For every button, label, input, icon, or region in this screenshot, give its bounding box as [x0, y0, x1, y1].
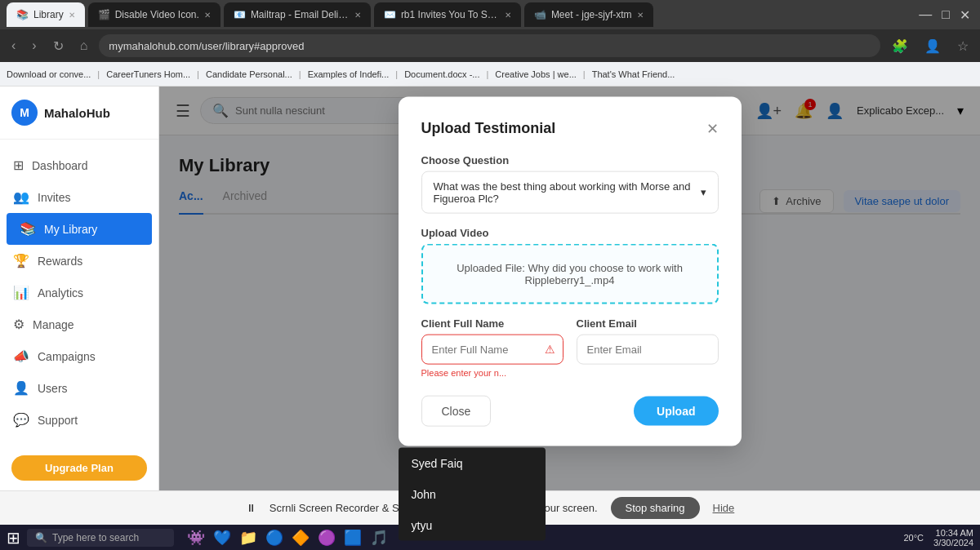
maximize-icon[interactable]: □: [938, 7, 953, 23]
tab-close-3[interactable]: ✕: [354, 11, 361, 20]
choose-question-label: Choose Question: [421, 153, 719, 166]
users-icon: 👤: [13, 380, 29, 396]
sidebar-label-campaigns: Campaigns: [38, 350, 96, 363]
logo-text: MahaloHub: [44, 106, 110, 120]
bookmark-2[interactable]: CareerTuners Hom...: [106, 69, 190, 79]
sidebar-item-analytics[interactable]: 📊 Analytics: [0, 277, 158, 308]
upload-zone[interactable]: Uploaded File: Why did you choose to wor…: [421, 243, 719, 304]
star-icon[interactable]: ☆: [952, 37, 973, 55]
autocomplete-item-1[interactable]: John: [399, 478, 546, 509]
taskbar-icon-4[interactable]: 🔵: [265, 529, 283, 547]
error-message: Please enter your n...: [421, 367, 507, 377]
back-button[interactable]: ‹: [7, 37, 20, 55]
bookmark-5[interactable]: Document.docx -...: [404, 69, 479, 79]
upload-video-label: Upload Video: [421, 226, 719, 238]
choose-question-group: Choose Question What was the best thing …: [421, 153, 719, 213]
taskbar-time: 10:34 AM 3/30/2024: [933, 528, 973, 548]
address-input[interactable]: [99, 34, 880, 57]
bookmark-7[interactable]: That's What Friend...: [592, 69, 675, 79]
hide-button[interactable]: Hide: [713, 502, 735, 514]
upgrade-plan-button[interactable]: Upgrade Plan: [11, 455, 147, 481]
bookmark-4[interactable]: Examples of Indefi...: [308, 69, 390, 79]
modal-title: Upload Testimonial: [421, 120, 556, 137]
upload-button[interactable]: Upload: [634, 396, 718, 425]
client-name-input[interactable]: [421, 334, 564, 364]
tab-close-5[interactable]: ✕: [637, 11, 644, 20]
invites-icon: 👥: [13, 189, 29, 205]
tab-title-4: rb1 Invites You To Share Yo...: [401, 9, 500, 20]
tab-meet[interactable]: 📹 Meet - jge-sjyf-xtm ✕: [524, 2, 653, 27]
tab-title-3: Mailtrap - Email Delivery P...: [251, 9, 350, 20]
temperature-display: 20°C: [903, 533, 924, 543]
taskbar-icon-8[interactable]: 🎵: [370, 529, 388, 547]
modal-close-button[interactable]: ✕: [706, 119, 719, 137]
client-name-label: Client Full Name: [421, 317, 564, 329]
sidebar-label-analytics: Analytics: [38, 286, 83, 299]
tab-close-library[interactable]: ✕: [69, 11, 75, 20]
library-icon: 📚: [20, 221, 36, 237]
tab-close-4[interactable]: ✕: [505, 11, 511, 20]
taskbar-search[interactable]: 🔍 Type here to search: [27, 529, 174, 547]
home-button[interactable]: ⌂: [75, 37, 93, 55]
sidebar-label-support: Support: [38, 414, 78, 427]
taskbar-icon-2[interactable]: 💙: [213, 529, 231, 547]
taskbar-right: 20°C 10:34 AM 3/30/2024: [903, 528, 973, 548]
dropdown-chevron-icon: ▾: [701, 186, 706, 198]
bookmark-1[interactable]: Download or conve...: [7, 69, 91, 79]
client-email-input[interactable]: [577, 334, 719, 364]
tab-disable-video[interactable]: 🎬 Disable Video Icon. ✕: [88, 2, 220, 27]
bookmark-3[interactable]: Candidate Personal...: [206, 69, 292, 79]
tab-library[interactable]: 📚 Library ✕: [7, 2, 85, 27]
start-button[interactable]: ⊞: [7, 528, 20, 548]
sidebar-item-rewards[interactable]: 🏆 Rewards: [0, 245, 158, 277]
forward-button[interactable]: ›: [27, 37, 41, 55]
client-email-label: Client Email: [577, 317, 719, 329]
client-info-row: Client Full Name ⚠ Please enter your n..…: [421, 317, 719, 379]
tab-mailtrap[interactable]: 📧 Mailtrap - Email Delivery P... ✕: [224, 2, 371, 27]
sidebar: M MahaloHub ⊞ Dashboard 👥 Invites 📚 My L…: [0, 86, 159, 490]
taskbar-icon-6[interactable]: 🟣: [318, 529, 336, 547]
logo-icon: M: [11, 100, 38, 126]
extensions-icon[interactable]: 🧩: [887, 37, 913, 55]
taskbar-icon-5[interactable]: 🔶: [292, 529, 310, 547]
support-icon: 💬: [13, 412, 29, 428]
tab-controls: — □ ✕: [915, 7, 973, 23]
sidebar-label-users: Users: [38, 382, 68, 395]
sidebar-item-campaigns[interactable]: 📣 Campaigns: [0, 340, 158, 372]
date-display: 3/30/2024: [933, 538, 973, 548]
refresh-button[interactable]: ↻: [48, 37, 69, 55]
minimize-icon[interactable]: —: [915, 7, 935, 23]
taskbar-icon-7[interactable]: 🟦: [344, 529, 362, 547]
autocomplete-item-2[interactable]: ytyu: [399, 509, 546, 540]
tab-favicon-3: 📧: [234, 9, 246, 20]
autocomplete-item-0[interactable]: Syed Faiq: [399, 447, 546, 478]
sidebar-logo: M MahaloHub: [0, 86, 158, 140]
sidebar-item-dashboard[interactable]: ⊞ Dashboard: [0, 149, 158, 181]
bookmark-6[interactable]: Creative Jobs | we...: [495, 69, 576, 79]
question-value: What was the best thing about working wi…: [434, 180, 701, 204]
dashboard-icon: ⊞: [13, 157, 24, 173]
taskbar-icon-3[interactable]: 📁: [239, 529, 257, 547]
taskbar-icon-1[interactable]: 👾: [187, 529, 205, 547]
close-window-icon[interactable]: ✕: [956, 7, 973, 23]
main-content: ☰ 🔍 👤+ 🔔 1 👤 Explicabo Excep... ▾: [159, 86, 980, 490]
close-button[interactable]: Close: [421, 395, 492, 426]
question-dropdown[interactable]: What was the best thing about working wi…: [421, 171, 719, 213]
taskbar-search-icon: 🔍: [35, 532, 47, 543]
tab-favicon-4: ✉️: [384, 9, 396, 20]
modal-header: Upload Testimonial ✕: [421, 119, 719, 137]
client-email-col: Client Email: [577, 317, 719, 379]
error-icon: ⚠: [545, 343, 555, 356]
profile-icon[interactable]: 👤: [920, 37, 946, 55]
tab-favicon: 📚: [16, 9, 29, 20]
sidebar-footer: Upgrade Plan: [0, 446, 158, 490]
sidebar-item-manage[interactable]: ⚙ Manage: [0, 308, 158, 340]
sidebar-item-support[interactable]: 💬 Support: [0, 404, 158, 436]
tab-rb1[interactable]: ✉️ rb1 Invites You To Share Yo... ✕: [374, 2, 521, 27]
sidebar-item-users[interactable]: 👤 Users: [0, 372, 158, 404]
taskbar-search-text: Type here to search: [52, 532, 139, 543]
tab-close-2[interactable]: ✕: [204, 11, 211, 20]
stop-sharing-button[interactable]: Stop sharing: [611, 497, 700, 519]
sidebar-item-invites[interactable]: 👥 Invites: [0, 181, 158, 213]
sidebar-item-my-library[interactable]: 📚 My Library: [7, 213, 152, 245]
